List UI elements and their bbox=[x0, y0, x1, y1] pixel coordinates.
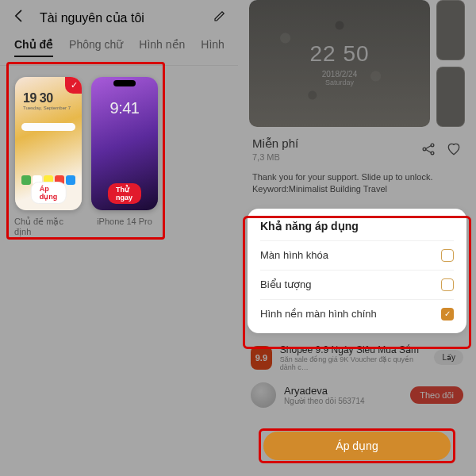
svg-point-0 bbox=[423, 148, 426, 151]
phone-preview-iphone: 9:41 Thử ngay bbox=[91, 77, 158, 210]
dynamic-island bbox=[113, 80, 136, 86]
preview-search bbox=[21, 123, 75, 131]
theme-label: iPhone 14 Pro bbox=[97, 217, 152, 226]
left-header: Tài nguyên của tôi bbox=[0, 0, 238, 35]
file-size: 7,3 MB bbox=[252, 152, 298, 162]
author-name: Aryadeva bbox=[284, 385, 365, 397]
phone-preview-default: ✓ 19 30 Tuesday, September 7 Áp dụng bbox=[15, 77, 82, 210]
selected-check-icon: ✓ bbox=[65, 77, 82, 94]
right-pane: 22 50 2018/2/24 Saturday Miễn phí 7,3 MB bbox=[238, 0, 476, 476]
apply-button[interactable]: Áp dụng bbox=[263, 432, 451, 460]
checkbox-unchecked[interactable] bbox=[441, 278, 454, 291]
preview-time: 9:41 bbox=[110, 99, 140, 117]
checkbox-unchecked[interactable] bbox=[441, 249, 454, 262]
desc-line: Keyword:Minimalist Building Travel bbox=[252, 183, 462, 195]
tab-fonts[interactable]: Phông chữ bbox=[69, 38, 123, 57]
tab-more[interactable]: Hình bbox=[201, 38, 225, 57]
svg-point-2 bbox=[431, 152, 434, 155]
hero-day: Saturday bbox=[325, 79, 354, 86]
apply-option-homescreen[interactable]: Hình nền màn hình chính ✓ bbox=[260, 299, 454, 328]
right-content: 22 50 2018/2/24 Saturday Miễn phí 7,3 MB bbox=[238, 0, 476, 476]
back-icon[interactable] bbox=[11, 8, 27, 27]
heart-icon[interactable] bbox=[446, 141, 462, 157]
tab-themes[interactable]: Chủ đề bbox=[14, 38, 53, 57]
author-row[interactable]: Aryadeva Người theo dõi 563714 Theo dõi bbox=[251, 382, 463, 408]
tabs: Chủ đề Phông chữ Hình nền Hình bbox=[0, 35, 238, 66]
ad-title: Shopee 9.9 Ngày Siêu Mua Sắm bbox=[280, 344, 427, 355]
hero-side-thumbs bbox=[436, 0, 465, 127]
description: Thank you for your support. Slide up to … bbox=[238, 165, 476, 202]
theme-card-iphone[interactable]: 9:41 Thử ngay iPhone 14 Pro bbox=[90, 77, 159, 237]
preview-date: Tuesday, September 7 bbox=[23, 106, 71, 110]
share-icon[interactable] bbox=[420, 141, 436, 157]
apply-option-lockscreen[interactable]: Màn hình khóa bbox=[260, 240, 454, 270]
edit-icon[interactable] bbox=[213, 9, 227, 26]
price-label: Miễn phí bbox=[252, 136, 298, 151]
hero-thumb[interactable] bbox=[436, 0, 465, 60]
option-label: Hình nền màn hình chính bbox=[260, 308, 377, 320]
theme-label: Chủ đề mặc định bbox=[14, 217, 83, 237]
apply-option-icons[interactable]: Biểu tượng bbox=[260, 270, 454, 299]
option-label: Biểu tượng bbox=[260, 278, 311, 290]
apply-pill[interactable]: Áp dụng bbox=[31, 182, 67, 204]
apply-panel: Khả năng áp dụng Màn hình khóa Biểu tượn… bbox=[248, 209, 466, 333]
hero-lockscreen[interactable]: 22 50 2018/2/24 Saturday bbox=[249, 0, 430, 127]
ad-card[interactable]: 9.9 Shopee 9.9 Ngày Siêu Mua Sắm Săn sal… bbox=[251, 344, 463, 371]
option-label: Màn hình khóa bbox=[260, 249, 328, 261]
theme-grid: ✓ 19 30 Tuesday, September 7 Áp dụng Chủ… bbox=[0, 66, 238, 248]
preview-time: 19 30 bbox=[23, 91, 53, 106]
apply-panel-title: Khả năng áp dụng bbox=[260, 220, 454, 232]
hero-thumb[interactable] bbox=[436, 67, 465, 127]
svg-point-1 bbox=[431, 144, 434, 147]
page-title: Tài nguyên của tôi bbox=[40, 10, 144, 25]
ad-get-button[interactable]: Lấy bbox=[434, 350, 463, 365]
tab-wallpapers[interactable]: Hình nền bbox=[139, 38, 185, 57]
theme-card-default[interactable]: ✓ 19 30 Tuesday, September 7 Áp dụng Chủ… bbox=[14, 77, 83, 237]
shopee-icon: 9.9 bbox=[251, 346, 272, 370]
avatar bbox=[251, 382, 276, 408]
author-followers: Người theo dõi 563714 bbox=[284, 397, 365, 405]
hero-preview: 22 50 2018/2/24 Saturday bbox=[238, 0, 476, 127]
hero-date: 2018/2/24 bbox=[322, 70, 358, 79]
left-pane: Tài nguyên của tôi Chủ đề Phông chữ Hình… bbox=[0, 0, 238, 476]
follow-button[interactable]: Theo dõi bbox=[410, 386, 463, 404]
desc-line: Thank you for your support. Slide up to … bbox=[252, 171, 462, 183]
price-row: Miễn phí 7,3 MB bbox=[238, 127, 476, 165]
checkbox-checked[interactable]: ✓ bbox=[441, 308, 454, 321]
ad-subtitle: Săn sale đồng giá 9K Voucher đặc quyền d… bbox=[280, 355, 427, 371]
try-pill[interactable]: Thử ngay bbox=[108, 183, 141, 204]
